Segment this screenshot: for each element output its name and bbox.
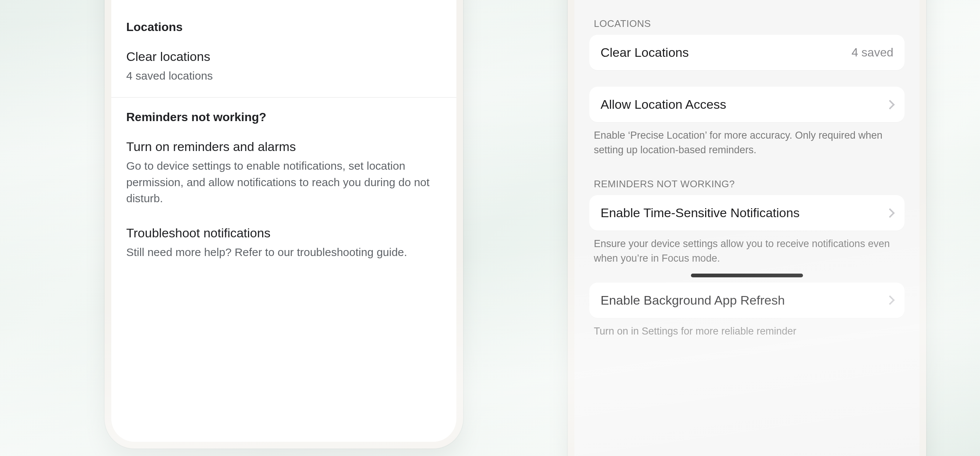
item-subtitle: Go to device settings to enable notifica… <box>126 158 441 207</box>
row-allow-location-access[interactable]: Allow Location Access <box>589 87 905 122</box>
group-label-locations: Locations <box>589 7 905 35</box>
screen-left: Locations Clear locations 4 saved locati… <box>111 0 457 442</box>
item-troubleshoot-notifications[interactable]: Troubleshoot notifications Still need mo… <box>111 217 457 271</box>
row-enable-background-refresh[interactable]: Enable Background App Refresh <box>589 282 905 318</box>
row-footer: Enable ‘Precise Location’ for more accur… <box>589 122 905 157</box>
item-title: Troubleshoot notifications <box>126 225 441 242</box>
row-label: Enable Background App Refresh <box>601 293 785 308</box>
group-label-reminders: Reminders not working? <box>589 157 905 195</box>
ios-settings-list: Locations Clear Locations 4 saved Allow … <box>574 0 920 456</box>
section-header-locations: Locations <box>111 7 457 41</box>
item-subtitle: 4 saved locations <box>126 68 441 84</box>
home-indicator <box>691 274 803 277</box>
item-turn-on-reminders[interactable]: Turn on reminders and alarms Go to devic… <box>111 131 457 217</box>
row-label: Enable Time-Sensitive Notifications <box>601 206 800 220</box>
item-clear-locations[interactable]: Clear locations 4 saved locations <box>111 41 457 94</box>
row-clear-locations[interactable]: Clear Locations 4 saved <box>589 35 905 70</box>
screen-right: Locations Clear Locations 4 saved Allow … <box>574 0 920 456</box>
chevron-right-icon <box>885 100 894 109</box>
row-footer: Turn on in Settings for more reliable re… <box>589 318 905 339</box>
phone-frame-right: Locations Clear Locations 4 saved Allow … <box>568 0 926 456</box>
phone-frame-left: Locations Clear locations 4 saved locati… <box>105 0 463 448</box>
row-label: Allow Location Access <box>601 97 726 112</box>
section-header-reminders: Reminders not working? <box>111 97 457 131</box>
spacer <box>589 266 905 282</box>
chevron-right-icon <box>885 208 894 218</box>
row-value: 4 saved <box>851 46 893 59</box>
android-settings-list: Locations Clear locations 4 saved locati… <box>111 0 457 442</box>
item-title: Clear locations <box>126 48 441 65</box>
spacer <box>589 70 905 87</box>
chevron-right-icon <box>885 295 894 305</box>
row-enable-time-sensitive[interactable]: Enable Time-Sensitive Notifications <box>589 195 905 231</box>
row-footer: Ensure your device settings allow you to… <box>589 231 905 266</box>
row-label: Clear Locations <box>601 45 689 60</box>
item-subtitle: Still need more help? Refer to our troub… <box>126 244 441 260</box>
item-title: Turn on reminders and alarms <box>126 138 441 155</box>
